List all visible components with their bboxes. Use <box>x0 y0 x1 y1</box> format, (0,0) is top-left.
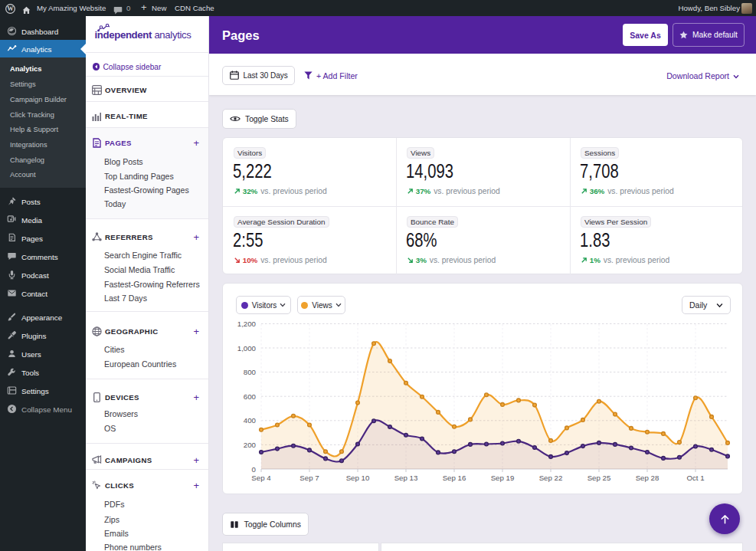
svg-text:1,000: 1,000 <box>237 344 257 353</box>
svg-text:Sep 22: Sep 22 <box>539 474 563 482</box>
svg-text:Oct 1: Oct 1 <box>686 474 704 482</box>
svg-text:0: 0 <box>252 465 257 474</box>
svg-text:1,200: 1,200 <box>237 320 257 328</box>
svg-text:Sep 10: Sep 10 <box>346 474 370 482</box>
svg-text:Sep 13: Sep 13 <box>394 474 418 482</box>
svg-text:W: W <box>7 5 14 12</box>
svg-text:600: 600 <box>244 392 257 401</box>
svg-text:400: 400 <box>244 416 257 425</box>
svg-text:Sep 25: Sep 25 <box>587 474 611 482</box>
svg-text:Sep 16: Sep 16 <box>443 474 466 482</box>
svg-text:800: 800 <box>244 368 257 376</box>
svg-text:Sep 19: Sep 19 <box>491 474 515 482</box>
svg-text:Sep 4: Sep 4 <box>251 474 271 482</box>
svg-text:Sep 7: Sep 7 <box>299 474 319 482</box>
svg-text:Sep 28: Sep 28 <box>636 474 659 482</box>
svg-text:200: 200 <box>244 441 257 449</box>
